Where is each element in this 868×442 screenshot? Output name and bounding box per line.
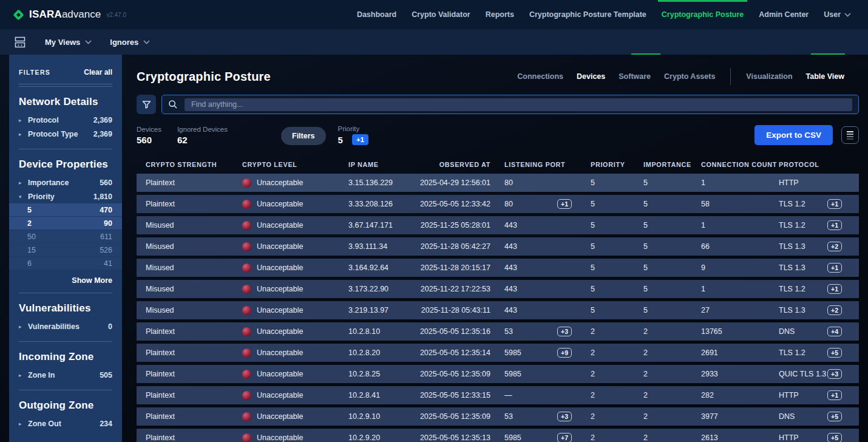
col-protocol[interactable]: PROTOCOL	[770, 161, 859, 168]
col-observed-at[interactable]: OBSERVED AT	[410, 161, 495, 168]
table-row[interactable]: Plaintext Unacceptable 10.2.8.41 2025-05…	[137, 386, 859, 404]
nav-item-dashboard[interactable]: Dashboard	[357, 0, 396, 29]
filter-zone-out[interactable]: ▸ Zone Out 234	[19, 416, 112, 430]
protocol-overflow-badge[interactable]: +5	[827, 433, 842, 442]
port-overflow-badge[interactable]: +3	[557, 327, 572, 337]
filter-vulnerabilities[interactable]: ▸ Vulnerabilities 0	[19, 319, 112, 333]
saved-views-icon[interactable]	[13, 36, 27, 48]
priority-value-50[interactable]: 50 611	[9, 230, 122, 243]
col-connection-count[interactable]: CONNECTION COUNT	[692, 161, 770, 168]
nav-item-cryptographic-posture[interactable]: Cryptographic Posture	[662, 0, 744, 29]
severity-sphere-icon	[242, 391, 251, 400]
tab-crypto-assets[interactable]: Crypto Assets	[664, 72, 715, 81]
port-overflow-badge[interactable]: +3	[557, 412, 572, 422]
filter-protocol[interactable]: ▸ Protocol 2,369	[19, 113, 112, 127]
tab-devices[interactable]: Devices	[577, 72, 605, 81]
export-csv-button[interactable]: Export to CSV	[754, 125, 833, 145]
nav-item-reports[interactable]: Reports	[486, 0, 514, 29]
table-row[interactable]: Plaintext Unacceptable 3.33.208.126 2025…	[137, 195, 859, 213]
table-row[interactable]: Plaintext Unacceptable 10.2.8.10 2025-05…	[137, 322, 859, 341]
col-crypto-level[interactable]: CRYPTO LEVEL	[233, 161, 339, 168]
divider	[19, 293, 112, 293]
table-row[interactable]: Plaintext Unacceptable 10.2.8.20 2025-05…	[137, 344, 859, 362]
table-row[interactable]: Plaintext Unacceptable 10.2.9.20 2025-05…	[137, 429, 859, 442]
filter-priority[interactable]: ▾ Priority 1,810	[19, 189, 112, 203]
connection-count-cell: 27	[692, 306, 770, 314]
table-row[interactable]: Plaintext Unacceptable 10.2.9.10 2025-05…	[137, 407, 859, 426]
filter-protocol-type[interactable]: ▸ Protocol Type 2,369	[19, 127, 112, 141]
clear-all-filters-link[interactable]: Clear all	[84, 68, 112, 76]
nav-item-user-menu[interactable]: User	[824, 0, 851, 29]
nav-item-crypto-posture-template[interactable]: Cryptographic Posture Template	[529, 0, 646, 29]
crypto-strength-cell: Plaintext	[137, 178, 233, 187]
priority-cell: 5	[581, 178, 634, 187]
crypto-level-cell: Unacceptable	[233, 348, 339, 358]
ignores-dropdown[interactable]: Ignores	[110, 38, 150, 47]
protocol-overflow-badge[interactable]: +1	[827, 263, 842, 273]
table-row[interactable]: Misused Unacceptable 3.67.147.171 2025-1…	[137, 216, 859, 234]
col-crypto-strength[interactable]: CRYPTO STRENGTH	[137, 161, 233, 168]
filter-funnel-button[interactable]	[137, 95, 156, 114]
importance-cell: 2	[634, 433, 692, 442]
protocol-overflow-badge[interactable]: +4	[827, 327, 842, 337]
active-nav-indicator	[658, 0, 747, 2]
tab-table-view[interactable]: Table View	[806, 72, 844, 81]
priority-value-6[interactable]: 6 41	[9, 257, 122, 270]
protocol-overflow-badge[interactable]: +2	[827, 242, 842, 252]
filter-importance[interactable]: ▸ Importance 560	[19, 175, 112, 189]
priority-value-15[interactable]: 15 526	[9, 243, 122, 256]
importance-cell: 2	[634, 391, 692, 399]
listening-port-cell: —	[495, 391, 581, 399]
tab-connections[interactable]: Connections	[517, 72, 563, 81]
priority-value-5[interactable]: 5 470	[9, 203, 122, 216]
table-view-tab-underline	[811, 53, 845, 55]
caret-right-icon: ▸	[19, 117, 28, 123]
primary-nav: Dashboard Crypto Validator Reports Crypt…	[357, 0, 851, 29]
priority-value-2[interactable]: 2 90	[9, 217, 122, 229]
show-more-link[interactable]: Show More	[19, 276, 112, 285]
protocol-overflow-badge[interactable]: +3	[827, 369, 842, 379]
protocol-overflow-badge[interactable]: +2	[827, 305, 842, 316]
priority-cell: 2	[581, 370, 634, 378]
funnel-icon	[141, 100, 152, 110]
severity-sphere-icon	[242, 370, 251, 379]
priority-overflow-badge[interactable]: +1	[352, 134, 368, 145]
column-settings-button[interactable]	[841, 126, 859, 144]
observed-at-cell: 2025-11-28 05:42:27	[410, 242, 495, 251]
table-row[interactable]: Misused Unacceptable 3.93.111.34 2025-11…	[137, 237, 859, 256]
protocol-overflow-badge[interactable]: +1	[827, 220, 842, 231]
col-importance[interactable]: IMPORTANCE	[634, 161, 692, 168]
priority-filter-chip[interactable]: Priority 5 +1	[338, 125, 368, 145]
col-priority[interactable]: PRIORITY	[581, 161, 634, 168]
tab-software[interactable]: Software	[619, 72, 651, 81]
col-ip-name[interactable]: IP NAME	[339, 161, 410, 168]
table-row[interactable]: Misused Unacceptable 3.164.92.64 2025-11…	[137, 259, 859, 277]
priority-cell: 5	[581, 285, 634, 293]
filter-zone-in[interactable]: ▸ Zone In 505	[19, 368, 112, 382]
tab-visualization[interactable]: Visualization	[746, 72, 792, 81]
port-overflow-badge[interactable]: +7	[557, 433, 572, 442]
nav-item-admin-center[interactable]: Admin Center	[759, 0, 809, 29]
listening-port-cell: 5985 +7	[495, 433, 581, 442]
protocol-overflow-badge[interactable]: +1	[827, 284, 842, 294]
table-header-row: CRYPTO STRENGTH CRYPTO LEVEL IP NAME OBS…	[137, 155, 859, 174]
port-overflow-badge[interactable]: +9	[557, 348, 572, 358]
table-row[interactable]: Misused Unacceptable 3.219.13.97 2025-11…	[137, 301, 859, 319]
protocol-overflow-badge[interactable]: +1	[827, 390, 842, 401]
priority-cell: 5	[581, 221, 634, 229]
table-row[interactable]: Plaintext Unacceptable 10.2.8.25 2025-05…	[137, 365, 859, 383]
protocol-overflow-badge[interactable]: +5	[827, 348, 842, 358]
table-row[interactable]: Misused Unacceptable 3.173.22.90 2025-11…	[137, 280, 859, 298]
my-views-dropdown[interactable]: My Views	[45, 38, 92, 47]
nav-item-crypto-validator[interactable]: Crypto Validator	[412, 0, 470, 29]
protocol-overflow-badge[interactable]: +5	[827, 412, 842, 422]
port-overflow-badge[interactable]: +1	[557, 199, 572, 209]
search-input[interactable]	[185, 98, 852, 111]
protocol-overflow-badge[interactable]: +1	[827, 199, 842, 209]
crypto-strength-cell: Plaintext	[137, 391, 233, 399]
col-listening-port[interactable]: LISTENING PORT	[495, 161, 581, 168]
severity-sphere-icon	[242, 200, 251, 209]
filters-button[interactable]: Filters	[281, 127, 326, 145]
brand-logo[interactable]: ISARA advance v2.47.0	[13, 8, 126, 21]
table-row[interactable]: Plaintext Unacceptable 3.15.136.229 2025…	[137, 174, 859, 192]
